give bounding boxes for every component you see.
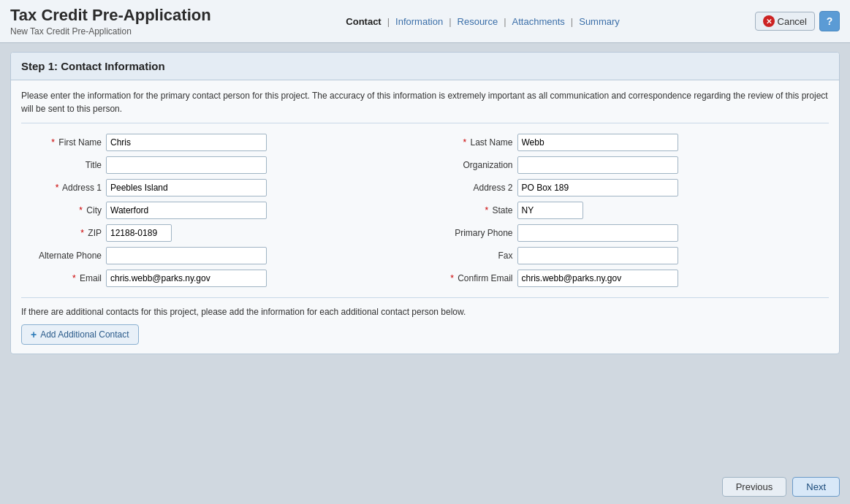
- address2-label: Address 2: [433, 183, 513, 193]
- address2-input[interactable]: [517, 179, 678, 196]
- title-label: Title: [21, 160, 102, 170]
- header: Tax Credit Pre-Application New Tax Credi…: [0, 0, 850, 43]
- main-content: Step 1: Contact Information Please enter…: [0, 43, 850, 363]
- add-contact-label: Add Additional Contact: [40, 329, 129, 340]
- alternate-phone-label: Alternate Phone: [21, 251, 102, 261]
- address2-row: Address 2: [433, 179, 830, 196]
- title-row: Title: [21, 156, 418, 174]
- city-label: * City: [21, 205, 102, 215]
- form-grid: * First Name Title: [21, 134, 829, 287]
- nav-information[interactable]: Information: [390, 16, 449, 27]
- state-input[interactable]: [517, 202, 583, 219]
- address1-label: * Address 1: [21, 183, 102, 193]
- email-row: * Email: [21, 270, 418, 287]
- email-label: * Email: [21, 273, 102, 283]
- zip-input[interactable]: [106, 224, 172, 242]
- confirm-email-row: * Confirm Email: [433, 270, 830, 287]
- step-title: Step 1: Contact Information: [21, 60, 829, 72]
- last-name-row: * Last Name: [433, 134, 830, 151]
- add-additional-contact-button[interactable]: + Add Additional Contact: [21, 324, 139, 345]
- title-input[interactable]: [106, 156, 267, 174]
- help-button[interactable]: ?: [819, 11, 840, 31]
- nav-resource[interactable]: Resource: [452, 16, 504, 27]
- header-left: Tax Credit Pre-Application New Tax Credi…: [10, 6, 211, 37]
- organization-label: Organization: [433, 160, 513, 170]
- help-icon: ?: [827, 15, 833, 27]
- nav: Contact | Information | Resource | Attac…: [340, 16, 626, 27]
- city-input[interactable]: [106, 202, 267, 219]
- primary-phone-input[interactable]: [517, 224, 678, 242]
- state-row: * State: [433, 202, 830, 219]
- form-description: Please enter the information for the pri…: [21, 89, 829, 123]
- zip-label: * ZIP: [21, 228, 102, 238]
- form-card-header: Step 1: Contact Information: [11, 53, 839, 80]
- first-name-label: * First Name: [21, 137, 102, 148]
- nav-attachments[interactable]: Attachments: [506, 16, 571, 27]
- city-row: * City: [21, 202, 418, 219]
- page-subtitle: New Tax Credit Pre-Application: [10, 26, 211, 37]
- state-label: * State: [433, 205, 513, 215]
- additional-contacts-section: If there are additional contacts for thi…: [21, 297, 829, 345]
- next-button[interactable]: Next: [792, 477, 840, 497]
- plus-icon: +: [31, 329, 37, 340]
- fax-input[interactable]: [517, 247, 678, 264]
- email-input[interactable]: [106, 270, 267, 287]
- fax-row: Fax: [433, 247, 830, 264]
- primary-phone-label: Primary Phone: [433, 228, 513, 238]
- alternate-phone-input[interactable]: [106, 247, 267, 264]
- address1-row: * Address 1: [21, 179, 418, 196]
- left-col: * First Name Title: [21, 134, 418, 287]
- form-card: Step 1: Contact Information Please enter…: [10, 52, 840, 354]
- first-name-row: * First Name: [21, 134, 418, 151]
- form-card-body: Please enter the information for the pri…: [11, 80, 839, 354]
- address1-input[interactable]: [106, 179, 267, 196]
- additional-contacts-description: If there are additional contacts for thi…: [21, 307, 829, 317]
- alternate-phone-row: Alternate Phone: [21, 247, 418, 264]
- last-name-input[interactable]: [517, 134, 678, 151]
- cancel-label: Cancel: [778, 16, 807, 27]
- right-col: * Last Name Organization: [433, 134, 830, 287]
- nav-summary[interactable]: Summary: [573, 16, 626, 27]
- cancel-icon: ✕: [763, 15, 775, 27]
- nav-contact[interactable]: Contact: [340, 16, 387, 27]
- organization-row: Organization: [433, 156, 830, 174]
- cancel-button[interactable]: ✕ Cancel: [755, 12, 815, 31]
- first-name-input[interactable]: [106, 134, 267, 151]
- primary-phone-row: Primary Phone: [433, 224, 830, 242]
- footer: Previous Next: [712, 470, 850, 504]
- header-actions: ✕ Cancel ?: [755, 11, 840, 31]
- page-title: Tax Credit Pre-Application: [10, 6, 211, 25]
- confirm-email-label: * Confirm Email: [433, 273, 513, 283]
- organization-input[interactable]: [517, 156, 678, 174]
- previous-button[interactable]: Previous: [722, 477, 787, 497]
- confirm-email-input[interactable]: [517, 270, 678, 287]
- zip-row: * ZIP: [21, 224, 418, 242]
- last-name-label: * Last Name: [433, 137, 513, 148]
- fax-label: Fax: [433, 251, 513, 261]
